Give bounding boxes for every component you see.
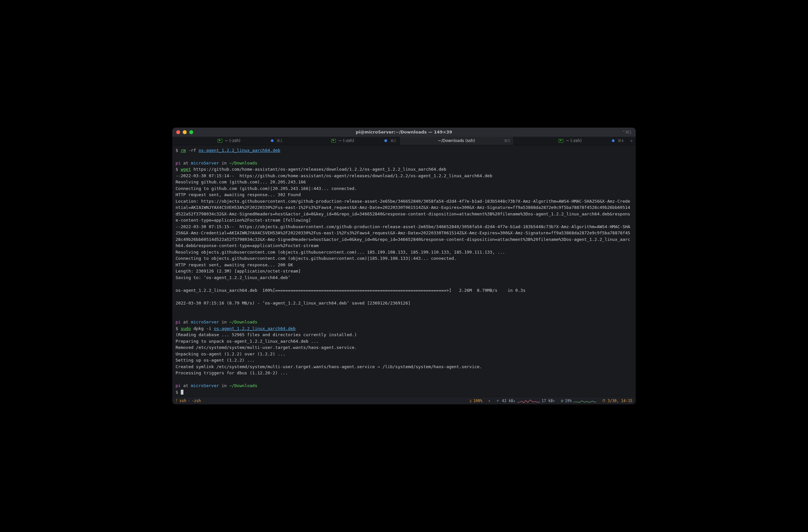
tab-label: ~ (-zsh) [338,139,354,143]
status-session: ᚶ ssh ‹ -zsh [176,399,201,403]
sparkline-down-icon [517,399,540,403]
terminal-icon [559,139,563,143]
dpkg-output: (Reading database ... 52965 files and di… [176,332,482,375]
cmd-arg: os-agent_1.2.2_linux_aarch64.deb [214,326,295,331]
cmd-sudo: sudo [181,326,191,331]
tab-hotkey: ⌘1 [277,139,282,143]
sparkline-cpu-icon [573,399,596,403]
status-network: ᯤ 42 kB↓ 17 kB↑ [496,399,555,403]
status-power: ⚡ [488,399,491,403]
bolt-icon: ⚡ [488,399,491,403]
status-cpu: ⎚ 19% [561,399,596,403]
activity-dot-icon [384,139,387,142]
activity-dot-icon [612,139,614,142]
new-tab-button[interactable]: + [627,137,636,145]
terminal-icon [218,139,222,143]
cpu-icon: ⎚ [561,399,563,403]
cmd-arg: os-agent_1.2.2_linux_aarch64.deb [198,148,280,153]
prompt-path: ~/Downloads [229,161,257,165]
tab-4[interactable]: ~ (-zsh) ⌘4 [514,137,627,145]
cmd-flags: -rf [188,148,196,153]
window-hotkey-hint: ⌃⌘1 [622,130,632,134]
tab-hotkey: ⌘3 [504,139,510,143]
tab-hotkey: ⌘4 [618,139,624,143]
cmd-wget: wget [181,167,191,172]
cmd-flags: -i [206,326,212,331]
tab-label: ~ (-zsh) [566,139,582,143]
status-clock: ⏱ 3/30, 14:15 [602,399,632,403]
cmd-rm: rm [181,148,186,153]
terminal-output[interactable]: $ rm -rf os-agent_1.2.2_linux_aarch64.de… [172,145,636,397]
cursor [181,390,183,395]
cmd-arg: https://github.com/home-assistant/os-age… [194,167,446,172]
prompt-host: microServer [191,161,219,165]
activity-dot-icon [271,139,274,142]
titlebar: pi@microServer:~/Downloads — 149×39 ⌃⌘1 [172,128,636,137]
clock-icon: ⏱ [602,399,606,403]
tab-label: ~ (-zsh) [225,139,240,143]
tab-hotkey: ⌘2 [390,139,396,143]
window-title: pi@microServer:~/Downloads — 149×39 [172,130,636,134]
prompt-symbol: $ [176,148,178,153]
minimize-button[interactable] [183,130,187,134]
terminal-window: pi@microServer:~/Downloads — 149×39 ⌃⌘1 … [172,128,636,405]
battery-icon: ▯ [469,399,472,403]
terminal-icon [331,139,336,143]
close-button[interactable] [176,130,180,134]
tab-label: ~/Downloads (ssh) [438,139,475,143]
network-icon: ᯤ [496,399,500,403]
tab-2[interactable]: ~ (-zsh) ⌘2 [286,137,400,145]
tab-bar: ~ (-zsh) ⌘1 ~ (-zsh) ⌘2 ~/Downloads (ssh… [172,137,636,145]
status-battery: ▯ 100% [469,399,482,403]
cmd-dpkg: dpkg [194,326,204,331]
zoom-button[interactable] [189,130,193,134]
wget-output: --2022-03-30 07:15:14-- https://github.c… [176,173,630,306]
branch-icon: ᚶ [176,399,178,403]
status-bar: ᚶ ssh ‹ -zsh ▯ 100% ⚡ ᯤ 42 kB↓ 17 kB↑ ⎚ … [172,397,636,404]
tab-1[interactable]: ~ (-zsh) ⌘1 [172,137,286,145]
tab-3-active[interactable]: ~/Downloads (ssh) ⌘3 [400,137,514,145]
traffic-lights [176,130,193,134]
prompt-user: pi [176,161,181,165]
